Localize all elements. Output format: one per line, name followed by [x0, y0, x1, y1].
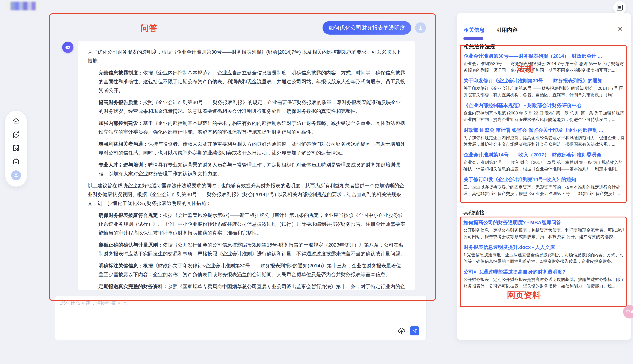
answer-item: 遵循正确的确认与计量原则：依据《公开发行证券的公司信息披露编报规则第15号-财务… — [99, 240, 405, 258]
cloud-upload-icon[interactable] — [397, 326, 406, 335]
other-link-list: 如何提高公司的财务透明度? - MBA智库问答 公开财务信息：定期公布财务报表，… — [464, 219, 624, 293]
tab-cited-content[interactable]: 引用内容 — [496, 26, 518, 34]
profile-avatar[interactable] — [11, 170, 21, 180]
legal-link[interactable]: 企业会计准则第30号——财务报表列报（2014）_财政部会计 ... — [464, 52, 624, 60]
list-item: 财务报表信息透明度提升.docx - 人人文库 1.完善信息披露制度：企业应建立… — [464, 244, 624, 264]
chat-input-card — [55, 296, 427, 340]
legal-link[interactable]: 关于印发修订《企业会计准则第30号——财务报表列报》的通知 — [464, 77, 624, 84]
list-item: 公司可以通过哪些渠道提高自身的财务透明度? 公开财务报表：定期公开财务报表是提高… — [464, 268, 624, 289]
close-icon[interactable]: ✕ — [617, 26, 623, 32]
user-message-row: 如何优化公司财务报表的透明度 — [53, 21, 426, 34]
report-history-icon[interactable] — [12, 144, 20, 152]
tab-related-info[interactable]: 相关信息 — [464, 26, 485, 34]
other-links-header: 其他链接 — [464, 209, 485, 216]
legal-section-header: 相关法律法规 — [464, 43, 495, 50]
answer-intro: 为了优化公司财务报表的透明度，根据《企业会计准则第30号——财务报表列报》(财会… — [88, 48, 405, 65]
web-link[interactable]: 公司可以通过哪些渠道提高自身的财务透明度? — [464, 268, 624, 276]
list-item: 企业会计准则第14号——收入（2017）_财政部会计准则委员会 企业会计准则第1… — [464, 151, 624, 172]
answer-item: 提高财务报告质量：按照《企业会计准则第30号——财务报表列报》的规定，企业需要保… — [99, 98, 405, 116]
inbox-icon[interactable] — [12, 157, 20, 165]
answer-item: 明确标注关键信息：根据《财政部关于印发修订<企业会计准则第30号——财务报表列报… — [99, 261, 405, 279]
app-logo — [6, 2, 40, 10]
translate-icon: 中A — [626, 309, 633, 315]
left-sidebar — [5, 111, 27, 186]
legal-link[interactable]: 财政部 证监会 审计署 银监会 保监会关于印发《企业内部控制 ... — [464, 126, 624, 134]
user-avatar — [415, 22, 426, 33]
list-item: 《企业内部控制基本规范》 - 财政部会计财务评价中心 企业内部控制基本规范 (2… — [464, 102, 624, 123]
send-icon — [412, 328, 417, 334]
web-link[interactable]: 如何提高公司的财务透明度? - MBA智库问答 — [464, 219, 624, 226]
answer-item: 专业人才引进与培训：聘请具有专业知识背景的财务人员参与日常管理工作，并定期组织针… — [99, 160, 405, 178]
send-button[interactable] — [410, 326, 419, 336]
list-item: 企业会计准则第30号——财务报表列报（2014）_财政部会计 ... 企业会计准… — [464, 52, 624, 73]
answer-item: 加强内部控制建设：基于《企业内部控制基本规范》的要求，构建有效的内部控制系统对于… — [99, 119, 405, 136]
list-item: 如何提高公司的财务透明度? - MBA智库问答 公开财务信息：定期公布财务报表，… — [464, 219, 624, 240]
answer-item: 完善信息披露制度：依据《企业内部控制基本规范》，企业应当建立健全信息披露制度，明… — [99, 68, 405, 95]
legal-link[interactable]: 关于修订印发《企业会计准则第14号--收入》的通知 — [464, 176, 624, 183]
legal-link-list: 企业会计准则第30号——财务报表列报（2014）_财政部会计 ... 企业会计准… — [464, 52, 624, 201]
list-item: 财政部 证监会 审计署 银监会 保监会关于印发《企业内部控制 ... 为了加强和… — [464, 126, 624, 148]
legal-link[interactable]: 企业会计准则第14号——收入（2017）_财政部会计准则委员会 — [464, 151, 624, 158]
answer-item: 定期报送真实完整的财务资料：参照《国家烟草专卖局向中国烟草总公司直属专业公司派出… — [99, 282, 405, 290]
panel-tabs: 相关信息 引用内容 — [464, 26, 518, 34]
reference-panel: 相关信息 引用内容 ✕ 相关法律法规 企业会计准则第30号——财务报表列报（20… — [457, 13, 631, 340]
new-chat-icon[interactable] — [12, 130, 20, 138]
web-link[interactable]: 财务报表信息透明度提升.docx - 人人文库 — [464, 244, 624, 251]
chat-input[interactable] — [60, 300, 396, 326]
conversation-list-button[interactable] — [613, 1, 626, 14]
list-item: 关于印发修订《企业会计准则第30号——财务报表列报》的通知 关于印发修订《企业会… — [464, 77, 624, 98]
user-question-bubble: 如何优化公司财务报表的透明度 — [322, 21, 411, 34]
answer-middle: 以上建议旨在帮助企业更好地遵守国家法律法规要求的同时，也能够有效提升其财务报表的… — [88, 181, 405, 208]
section-divider — [463, 204, 625, 205]
assistant-avatar — [62, 42, 74, 53]
answer-item: 确保财务报表披露符合规定：根据《会计监管风险提示第6号——新三板挂牌公司审计》第… — [99, 211, 405, 238]
assistant-message-card: 为了优化公司财务报表的透明度，根据《企业会计准则第30号——财务报表列报》(财会… — [78, 41, 415, 290]
home-icon[interactable] — [12, 117, 20, 125]
active-tab-indicator — [464, 38, 483, 40]
list-item: 关于修订印发《企业会计准则第14号--收入》的通知 三、企业以存货换取客户的固定… — [464, 176, 624, 197]
answer-item: 增强利益相关者沟通：保持与投资者、债权人以及其他重要利益相关方的良好沟通渠道，及… — [99, 140, 405, 157]
conversation-list-icon — [616, 4, 623, 11]
legal-link[interactable]: 《企业内部控制基本规范》 - 财政部会计财务评价中心 — [464, 102, 624, 109]
